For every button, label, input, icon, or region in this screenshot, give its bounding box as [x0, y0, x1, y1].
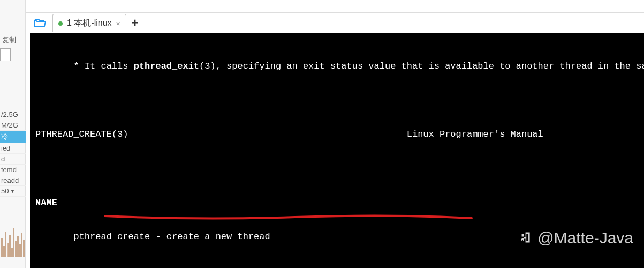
zhihu-icon — [516, 229, 533, 246]
man-line — [30, 94, 644, 106]
side-item-6: readd — [0, 175, 26, 186]
watermark: @Matte-Java — [516, 228, 633, 248]
small-input[interactable] — [0, 48, 11, 61]
side-item-3: ied — [0, 143, 26, 154]
man-line — [30, 163, 644, 174]
tab-host-linux[interactable]: 1 本机-linux × — [52, 14, 126, 32]
side-item-4: d — [0, 154, 26, 165]
side-item-5: temd — [0, 165, 26, 175]
close-tab-icon[interactable]: × — [116, 19, 120, 28]
new-tab-button[interactable]: + — [132, 17, 139, 29]
section-name: NAME — [30, 197, 644, 209]
side-dropdown[interactable]: 50 ▼ — [0, 186, 26, 197]
fn-pthread-exit: pthread_exit — [134, 61, 199, 71]
tabbar: 1 本机-linux × + — [32, 13, 644, 33]
watermark-text: @Matte-Java — [537, 228, 633, 248]
copy-label: 复制 — [2, 35, 16, 45]
side-item-0: /2.5G — [0, 109, 26, 120]
man-line: * It calls pthread_exit(3), specifying a… — [30, 61, 644, 72]
left-sidebar: 复制 /2.5G M/2G 冷 ied d temd readd 50 ▼ — [0, 0, 26, 268]
side-dropdown-value: 50 — [1, 187, 9, 195]
open-folder-icon[interactable] — [32, 17, 47, 29]
side-items: /2.5G M/2G 冷 ied d temd readd 50 ▼ — [0, 109, 26, 197]
main-area: 1 本机-linux × + * It calls pthread_exit(3… — [26, 0, 644, 268]
mini-chart — [1, 225, 25, 257]
man-header: PTHREAD_CREATE(3) Linux Programmer's Man… — [30, 129, 644, 140]
man-line — [30, 265, 644, 268]
modified-dot-icon — [58, 21, 63, 26]
terminal[interactable]: * It calls pthread_exit(3), specifying a… — [30, 33, 644, 268]
caret-down-icon: ▼ — [10, 188, 15, 194]
titlebar-strip — [26, 0, 644, 13]
side-item-cold[interactable]: 冷 — [0, 131, 26, 143]
tab-title: 1 本机-linux — [67, 18, 112, 29]
side-item-1: M/2G — [0, 120, 26, 131]
